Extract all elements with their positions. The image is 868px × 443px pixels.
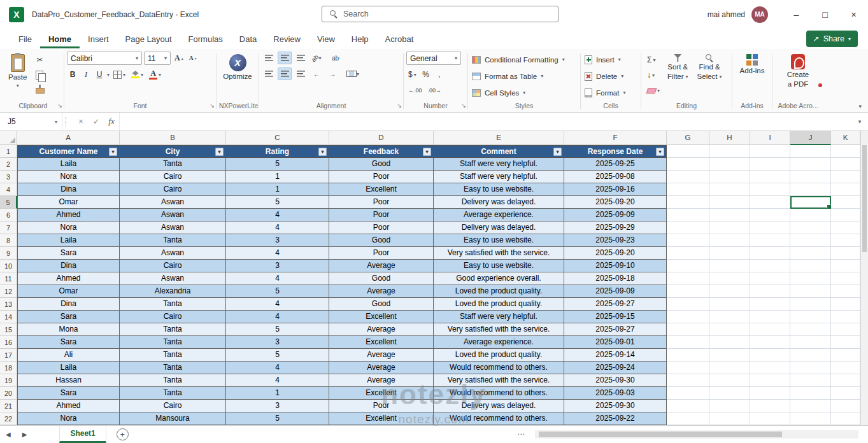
row-header-20[interactable]: 20 (0, 387, 17, 400)
cell-E16[interactable]: Average experience. (434, 336, 564, 349)
cell-B11[interactable]: Aswan (120, 272, 226, 285)
cell-K15[interactable] (831, 323, 860, 336)
cell-G16[interactable] (667, 336, 709, 349)
cell-G14[interactable] (667, 311, 709, 323)
cell-G17[interactable] (667, 349, 709, 362)
cell-E7[interactable]: Delivery was delayed. (434, 222, 564, 234)
cell-F16[interactable]: 2025-09-01 (564, 336, 667, 349)
cell-J13[interactable] (790, 298, 831, 311)
cell-I20[interactable] (750, 387, 790, 400)
cell-I4[interactable] (750, 183, 790, 196)
cell-I18[interactable] (750, 362, 790, 374)
cell-E20[interactable]: Would recommend to others. (434, 387, 564, 400)
column-header-K[interactable]: K (831, 131, 860, 145)
cell-C20[interactable]: 1 (226, 387, 329, 400)
cell-D12[interactable]: Average (329, 285, 434, 298)
cell-C22[interactable]: 5 (226, 412, 329, 425)
format-painter-button[interactable] (34, 84, 46, 97)
cell-B20[interactable]: Tanta (120, 387, 226, 400)
row-header-6[interactable]: 6 (0, 209, 17, 222)
cell-I5[interactable] (750, 196, 790, 209)
horizontal-scrollbar-thumb[interactable] (539, 432, 782, 437)
row-header-12[interactable]: 12 (0, 285, 17, 298)
dialog-launcher-icon[interactable]: ↘ (461, 101, 466, 110)
optimize-button[interactable]: X Optimize (220, 52, 255, 83)
cell-J14[interactable] (790, 311, 831, 323)
cell-J7[interactable] (790, 222, 831, 234)
cell-C5[interactable]: 5 (226, 196, 329, 209)
minimize-button[interactable]: – (782, 0, 811, 29)
cell-C12[interactable]: 5 (226, 285, 329, 298)
cell-F7[interactable]: 2025-09-29 (564, 222, 667, 234)
cell-B5[interactable]: Aswan (120, 196, 226, 209)
find-select-button[interactable]: Find & Select▾ (694, 52, 725, 83)
cell-A12[interactable]: Omar (17, 285, 120, 298)
row-header-14[interactable]: 14 (0, 311, 17, 323)
cell-B15[interactable]: Tanta (120, 323, 226, 336)
share-button[interactable]: ↗ Share ▾ (806, 31, 858, 47)
cell-F15[interactable]: 2025-09-27 (564, 323, 667, 336)
cell-K4[interactable] (831, 183, 860, 196)
cell-H13[interactable] (709, 298, 750, 311)
cell-D8[interactable]: Good (329, 234, 434, 247)
cell-H10[interactable] (709, 260, 750, 272)
cell-A14[interactable]: Sara (17, 311, 120, 323)
align-bottom-button[interactable] (294, 52, 308, 64)
row-header-8[interactable]: 8 (0, 234, 17, 247)
cell-H20[interactable] (709, 387, 750, 400)
row-header-1[interactable]: 1 (0, 145, 17, 158)
chevron-down-icon[interactable]: ▾ (107, 72, 110, 78)
row-header-16[interactable]: 16 (0, 336, 17, 349)
cell-C19[interactable]: 4 (226, 374, 329, 387)
sheet-tab-sheet1[interactable]: Sheet1 (59, 426, 106, 443)
row-header-17[interactable]: 17 (0, 349, 17, 362)
cell-I19[interactable] (750, 374, 790, 387)
comma-format-button[interactable]: , (434, 68, 445, 81)
cell-G8[interactable] (667, 234, 709, 247)
cell-B12[interactable]: Alexandria (120, 285, 226, 298)
column-header-B[interactable]: B (120, 131, 226, 145)
cell-A7[interactable]: Nora (17, 222, 120, 234)
table-header-rating[interactable]: Rating▾ (226, 145, 329, 158)
cell-F11[interactable]: 2025-09-18 (564, 272, 667, 285)
cell-I3[interactable] (750, 171, 790, 183)
cell-J16[interactable] (790, 336, 831, 349)
cell-B14[interactable]: Cairo (120, 311, 226, 323)
row-header-13[interactable]: 13 (0, 298, 17, 311)
cell-G15[interactable] (667, 323, 709, 336)
bold-button[interactable]: B (67, 68, 78, 81)
cell-E17[interactable]: Loved the product quality. (434, 349, 564, 362)
font-size-select[interactable]: 11▾ (144, 52, 171, 65)
cell-F3[interactable]: 2025-09-08 (564, 171, 667, 183)
cell-E3[interactable]: Staff were very helpful. (434, 171, 564, 183)
cell-F2[interactable]: 2025-09-25 (564, 158, 667, 171)
tab-view[interactable]: View (309, 30, 343, 48)
cell-F12[interactable]: 2025-09-09 (564, 285, 667, 298)
cell-F9[interactable]: 2025-09-20 (564, 247, 667, 260)
cell-K22[interactable] (831, 412, 860, 425)
cell-C17[interactable]: 5 (226, 349, 329, 362)
row-header-3[interactable]: 3 (0, 171, 17, 183)
avatar[interactable]: MA (751, 6, 768, 23)
cell-K18[interactable] (831, 362, 860, 374)
cell-H16[interactable] (709, 336, 750, 349)
maximize-button[interactable]: □ (811, 0, 839, 29)
cell-C6[interactable]: 4 (226, 209, 329, 222)
cell-G12[interactable] (667, 285, 709, 298)
tab-review[interactable]: Review (265, 30, 309, 48)
align-middle-button[interactable] (278, 52, 292, 64)
row-header-4[interactable]: 4 (0, 183, 17, 196)
cell-G7[interactable] (667, 222, 709, 234)
row-header-10[interactable]: 10 (0, 260, 17, 272)
format-cells-button[interactable]: Format▾ (583, 85, 627, 101)
cell-D6[interactable]: Poor (329, 209, 434, 222)
cell-I9[interactable] (750, 247, 790, 260)
cell-D10[interactable]: Average (329, 260, 434, 272)
cell-K7[interactable] (831, 222, 860, 234)
cell-F8[interactable]: 2025-09-23 (564, 234, 667, 247)
cell-I22[interactable] (750, 412, 790, 425)
cell-G18[interactable] (667, 362, 709, 374)
cell-E4[interactable]: Easy to use website. (434, 183, 564, 196)
table-header-feedback[interactable]: Feedback▾ (329, 145, 434, 158)
cell-A21[interactable]: Ahmed (17, 400, 120, 412)
